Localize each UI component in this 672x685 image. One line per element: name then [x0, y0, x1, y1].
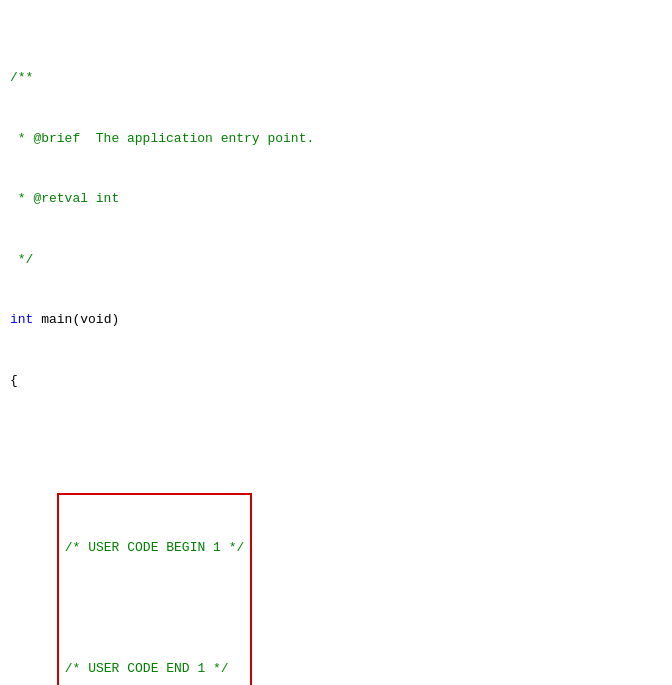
fn-main: main(void) — [41, 312, 119, 327]
keyword-int: int — [10, 312, 41, 327]
user-code-box-1: /* USER CODE BEGIN 1 */ /* USER CODE END… — [57, 493, 252, 685]
line-2: * @brief The application entry point. — [10, 129, 662, 149]
line-4: */ — [10, 250, 662, 270]
code-container: /** * @brief The application entry point… — [10, 8, 662, 685]
comment-text: */ — [10, 252, 33, 267]
code-content: /** * @brief The application entry point… — [10, 8, 662, 685]
redbox-1: /* USER CODE BEGIN 1 */ /* USER CODE END… — [10, 473, 662, 685]
ucb1-line1: /* USER CODE BEGIN 1 */ — [65, 538, 244, 558]
ucb1-line2 — [65, 598, 244, 618]
ucb1-line3: /* USER CODE END 1 */ — [65, 659, 244, 679]
line-6: { — [10, 371, 662, 391]
comment-text: /** — [10, 70, 33, 85]
line-3: * @retval int — [10, 189, 662, 209]
line-5: int main(void) — [10, 310, 662, 330]
brace-open: { — [10, 373, 18, 388]
comment-text: * @brief The application entry point. — [10, 131, 314, 146]
line-1: /** — [10, 68, 662, 88]
comment-text: * @retval int — [10, 191, 119, 206]
